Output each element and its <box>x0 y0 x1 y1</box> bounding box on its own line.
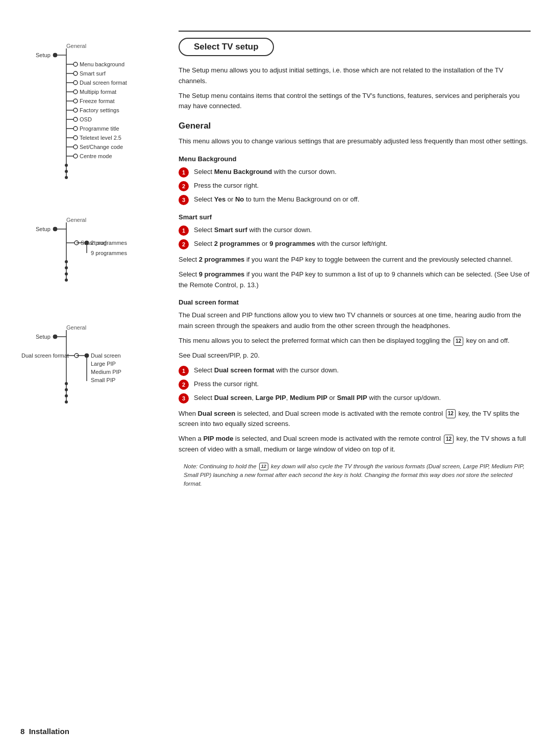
diag1-dot3 <box>65 176 68 179</box>
step-mb-3: 3 Select Yes or No to turn the Menu Back… <box>179 194 531 205</box>
diag2-dot1 <box>65 260 68 263</box>
pip-icon-1: 12 <box>454 337 463 346</box>
diagram-1-svg: General Setup Menu background Smart surf <box>20 41 156 189</box>
dual-when-dual: When Dual screen is selected, and Dual s… <box>179 409 531 430</box>
intro-para-2: The Setup menu contains items that contr… <box>179 91 531 112</box>
page-container: General Setup Menu background Smart surf <box>0 0 551 519</box>
step-number-ds-3: 3 <box>179 393 189 404</box>
menu-background-title: Menu Background <box>179 155 531 163</box>
diag1-label-9: Teletext level 2.5 <box>80 135 121 141</box>
diag1-label-7: OSD <box>80 116 92 122</box>
diag3-dot3 <box>65 394 68 397</box>
smart-surf-body2: Select 9 programmes if you want the P4P … <box>179 269 531 291</box>
smart-surf-body1: Select 2 programmes if you want the P4P … <box>179 255 531 265</box>
diag1-node-5 <box>73 99 78 103</box>
step-text-ds-3: Select Dual screen, Large PIP, Medium PI… <box>194 393 531 403</box>
diag1-label-6: Factory settings <box>80 107 119 113</box>
diag1-node-10 <box>73 145 78 149</box>
diag1-node-3 <box>73 81 78 85</box>
step-text-mb-3: Select Yes or No to turn the Menu Backgr… <box>194 194 531 205</box>
step-text-ds-2: Press the cursor right. <box>194 379 531 389</box>
diagram-1: General Setup Menu background Smart surf <box>20 41 168 190</box>
step-ds-2: 2 Press the cursor right. <box>179 379 531 390</box>
step-mb-1: 1 Select Menu Background with the cursor… <box>179 167 531 178</box>
diag1-label-4: Multipip format <box>80 89 116 95</box>
diag1-node-2 <box>73 71 78 75</box>
step-text-ds-1: Select Dual screen format with the curso… <box>194 365 531 375</box>
diag3-setup-label: Setup <box>36 334 51 340</box>
diag1-node-4 <box>73 90 78 94</box>
dual-screen-body1: The Dual screen and PIP functions allow … <box>179 310 531 332</box>
diag3-general-label: General <box>66 324 86 331</box>
step-number-ss-1: 1 <box>179 225 189 236</box>
step-number-1: 1 <box>179 167 189 178</box>
diag1-node-7 <box>73 117 78 121</box>
diag3-label-main: Dual screen format <box>21 352 69 359</box>
diag1-node-8 <box>73 127 78 131</box>
pip-icon-4: 12 <box>259 463 268 471</box>
installation-label: Installation <box>29 727 69 736</box>
step-text-ss-2: Select 2 programmes or 9 programmes with… <box>194 239 531 249</box>
diag3-dot4 <box>65 400 68 404</box>
step-number-ds-2: 2 <box>179 380 189 390</box>
step-number-3: 3 <box>179 195 189 205</box>
dual-screen-body2: This menu allows you to select the prefe… <box>179 336 531 346</box>
diag1-general-label: General <box>66 43 86 49</box>
diag1-dot1 <box>65 164 68 167</box>
general-description: This menu allows you to change various s… <box>179 136 531 147</box>
step-text-mb-2: Press the cursor right. <box>194 181 531 191</box>
diag2-label-2prog: 2 programmes <box>91 240 127 246</box>
step-mb-2: 2 Press the cursor right. <box>179 181 531 191</box>
dual-screen-body3: See Dual screen/PIP, p. 20. <box>179 350 531 361</box>
diagram-3: General Setup Dual screen format Dual sc… <box>20 322 168 418</box>
dual-screen-title: Dual screen format <box>179 298 531 306</box>
diag1-label-1: Menu background <box>80 61 124 67</box>
diag2-dot3 <box>65 272 68 275</box>
step-ds-3: 3 Select Dual screen, Large PIP, Medium … <box>179 393 531 404</box>
diag3-dot1 <box>65 382 68 385</box>
diag2-setup-label: Setup <box>36 226 51 232</box>
diag2-general-label: General <box>66 217 86 223</box>
diagram-2: General Setup Smart surf 2 programmes 9 … <box>20 215 168 298</box>
pip-icon-2: 12 <box>446 409 456 418</box>
pip-icon-3: 12 <box>444 435 454 444</box>
general-section-title: General <box>179 121 531 131</box>
diagram-2-svg: General Setup Smart surf 2 programmes 9 … <box>20 215 156 296</box>
dual-when-pip: When a PIP mode is selected, and Dual sc… <box>179 434 531 455</box>
diag1-label-2: Smart surf <box>80 70 106 77</box>
diagram-3-svg: General Setup Dual screen format Dual sc… <box>20 322 156 417</box>
diag2-dot4 <box>65 279 68 282</box>
page-title: Select TV setup <box>179 38 274 56</box>
menu-background-steps: 1 Select Menu Background with the cursor… <box>179 167 531 205</box>
step-ss-2: 2 Select 2 programmes or 9 programmes wi… <box>179 239 531 249</box>
diag1-label-5: Freeze format <box>80 98 114 104</box>
diag3-label-dual: Dual screen <box>91 352 121 359</box>
diag1-label-3: Dual screen format <box>80 80 127 86</box>
diag3-label-largepip: Large PIP <box>91 361 116 367</box>
diag1-node-1 <box>73 62 78 66</box>
diag1-label-10: Set/Change code <box>80 144 123 150</box>
intro-para-1: The Setup menu allows you to adjust init… <box>179 65 531 87</box>
step-text-ss-1: Select Smart surf with the cursor down. <box>194 225 531 235</box>
step-number-ds-1: 1 <box>179 366 189 376</box>
diag1-node-6 <box>73 108 78 112</box>
page-footer: 8 Installation <box>20 727 69 736</box>
diag2-label-9prog: 9 programmes <box>91 250 127 256</box>
right-column: Select TV setup The Setup menu allows yo… <box>168 31 531 489</box>
step-number-2: 2 <box>179 181 189 191</box>
smart-surf-title: Smart surf <box>179 213 531 221</box>
diag3-label-smallpip: Small PIP <box>91 377 115 383</box>
step-number-ss-2: 2 <box>179 239 189 249</box>
step-text-mb-1: Select Menu Background with the cursor d… <box>194 167 531 177</box>
diag1-label-8: Programme title <box>80 125 119 132</box>
diag2-dot2 <box>65 266 68 269</box>
diag1-node-11 <box>73 154 78 158</box>
top-divider <box>179 31 531 32</box>
left-column: General Setup Menu background Smart surf <box>20 31 168 489</box>
diag1-dot2 <box>65 170 68 173</box>
diag1-setup-label: Setup <box>36 52 51 58</box>
step-ds-1: 1 Select Dual screen format with the cur… <box>179 365 531 376</box>
step-ss-1: 1 Select Smart surf with the cursor down… <box>179 225 531 236</box>
diag3-dot2 <box>65 388 68 391</box>
diag1-node-9 <box>73 136 78 140</box>
